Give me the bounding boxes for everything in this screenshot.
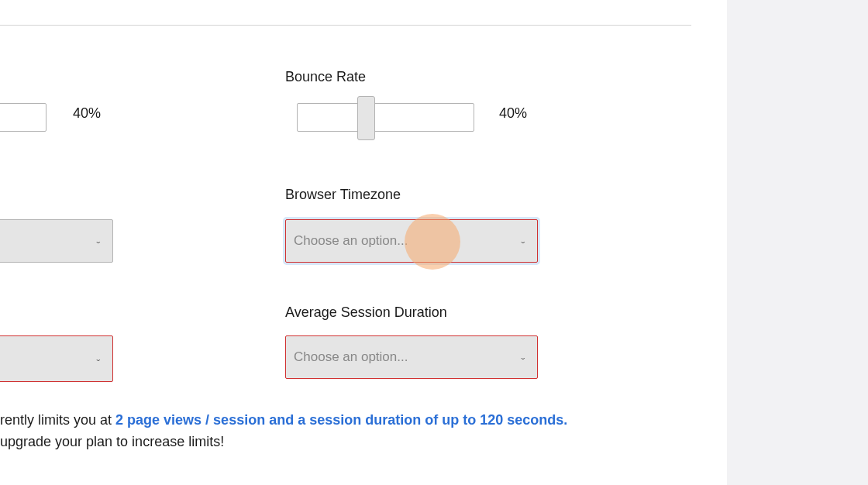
left-slider-input[interactable] [0, 103, 46, 132]
notice-prefix: rently limits you at [0, 412, 115, 428]
avg-session-dropdown[interactable]: Choose an option... ⌄ [285, 335, 538, 379]
browser-timezone-label: Browser Timezone [285, 187, 401, 203]
bounce-rate-slider-thumb[interactable] [357, 96, 375, 140]
chevron-down-icon: ⌄ [519, 237, 526, 244]
locale-dropdown[interactable]: ) en-us ⌄ [0, 219, 113, 263]
divider [0, 25, 691, 26]
bounce-rate-slider-track[interactable] [297, 103, 474, 132]
notice-highlight: 2 page views / session and a session dur… [115, 412, 567, 428]
bounce-rate-value: 40% [499, 105, 527, 122]
browser-timezone-placeholder: Choose an option... [294, 233, 408, 249]
plan-limit-notice-line2: upgrade your plan to increase limits! [0, 434, 224, 450]
chevron-down-icon: ⌄ [95, 355, 102, 362]
chevron-down-icon: ⌄ [95, 237, 102, 244]
chevron-down-icon: ⌄ [519, 353, 526, 360]
side-panel [727, 0, 868, 485]
avg-session-placeholder: Choose an option... [294, 349, 408, 365]
plan-limit-notice-line1: rently limits you at 2 page views / sess… [0, 412, 567, 428]
avg-session-label: Average Session Duration [285, 304, 447, 321]
left-error-dropdown[interactable]: ⌄ [0, 335, 113, 382]
settings-form: 40% Bounce Rate 40% ) en-us ⌄ Browser Ti… [0, 0, 691, 485]
left-slider-value: 40% [73, 105, 101, 122]
bounce-rate-label: Bounce Rate [285, 69, 366, 85]
browser-timezone-dropdown[interactable]: Choose an option... ⌄ [285, 219, 538, 263]
